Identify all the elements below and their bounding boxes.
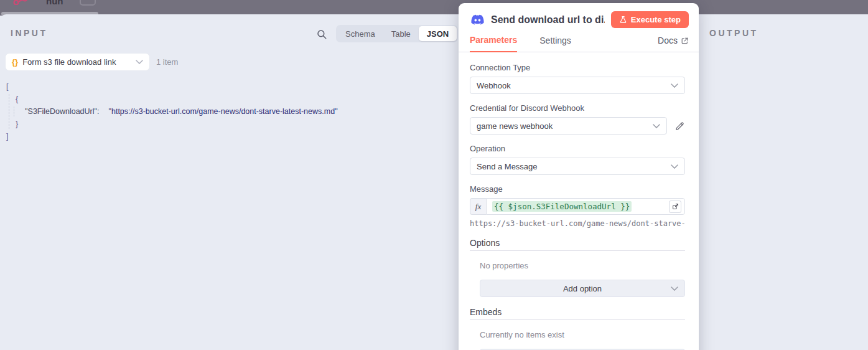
canvas-node-icon (12, 0, 34, 5)
input-source-row: {} Form s3 file download link 1 item (5, 53, 178, 71)
chevron-down-icon (653, 124, 660, 128)
options-section-header: Options (470, 238, 685, 251)
workflow-canvas-overlay: nun (0, 0, 868, 16)
chevron-down-icon (136, 60, 143, 64)
node-parameters: Connection Type Webhook Credential for D… (459, 52, 699, 350)
docs-link[interactable]: Docs (658, 35, 689, 52)
tab-settings[interactable]: Settings (539, 35, 571, 52)
chevron-down-icon (671, 164, 678, 169)
node-title[interactable]: Send download url to di... (491, 14, 605, 26)
operation-label: Operation (470, 144, 685, 153)
json-key: "S3FileDownloadUrl" (25, 107, 97, 116)
input-panel: INPUT Schema Table JSON {} Form s3 file … (0, 14, 459, 350)
chevron-down-icon (671, 83, 678, 88)
tab-parameters[interactable]: Parameters (470, 35, 517, 52)
connection-type-value: Webhook (477, 81, 511, 90)
embeds-empty-text: Currently no items exist (480, 330, 685, 339)
connection-type-label: Connection Type (470, 63, 685, 72)
connection-type-select[interactable]: Webhook (470, 77, 685, 94)
canvas-node-label: nun (46, 0, 63, 6)
app-window: nun INPUT Schema Table JSON {} Form s3 f… (0, 0, 868, 350)
credential-select[interactable]: game news webhook (470, 117, 667, 135)
item-count: 1 item (156, 57, 178, 67)
json-output-view: [ { "S3FileDownloadUrl": "https://s3-buc… (6, 80, 338, 143)
node-header: Send download url to di... Execute step (459, 3, 699, 28)
open-expression-editor-icon (672, 203, 679, 210)
operation-value: Send a Message (477, 162, 538, 171)
credential-value: game news webhook (477, 121, 553, 131)
add-option-label: Add option (563, 284, 602, 293)
operation-select[interactable]: Send a Message (470, 158, 685, 175)
node-tabs: Parameters Settings Docs (459, 28, 699, 52)
search-icon[interactable] (316, 29, 327, 40)
external-link-icon (681, 37, 689, 45)
input-display-mode-tabs: Schema Table JSON (336, 25, 458, 42)
output-panel: OUTPUT (699, 14, 868, 350)
tab-table[interactable]: Table (383, 26, 419, 41)
add-option-button[interactable]: Add option (480, 280, 685, 297)
json-value: "https://s3-bucket-url.com/game-news/don… (109, 107, 338, 116)
options-empty-text: No properties (480, 261, 685, 270)
json-bracket-open: [ (6, 82, 8, 91)
expression-preview: https://s3-bucket-url.com/game-news/dont… (470, 219, 685, 228)
json-braces-icon: {} (12, 57, 18, 67)
input-source-select[interactable]: {} Form s3 file download link (5, 53, 150, 71)
input-source-value: Form s3 file download link (22, 57, 116, 67)
output-panel-title: OUTPUT (709, 28, 758, 38)
discord-icon (470, 12, 485, 27)
json-bracket-close: ] (6, 132, 8, 141)
tab-json[interactable]: JSON (419, 26, 457, 41)
input-panel-title: INPUT (11, 28, 48, 38)
json-brace-open: { (16, 95, 18, 103)
chevron-down-icon (671, 286, 678, 291)
canvas-node-button (80, 0, 96, 6)
embeds-section-header: Embeds (470, 307, 685, 320)
execute-step-label: Execute step (631, 15, 681, 24)
expression-value: {{ $json.S3FileDownloadUrl }} (492, 201, 632, 212)
json-brace-close: } (16, 120, 18, 128)
tab-schema[interactable]: Schema (337, 26, 383, 41)
docs-label: Docs (658, 35, 678, 45)
execute-step-button[interactable]: Execute step (611, 11, 689, 28)
indent-guide (9, 94, 9, 129)
edit-credential-pencil-icon[interactable] (674, 121, 685, 131)
message-expression-row: fx {{ $json.S3FileDownloadUrl }} (470, 198, 685, 215)
credential-row: game news webhook (470, 117, 685, 135)
open-expression-editor-button[interactable] (669, 201, 681, 213)
indent-guide (14, 106, 14, 116)
message-expression-input[interactable]: {{ $json.S3FileDownloadUrl }} (486, 198, 685, 215)
node-details-panel: Send download url to di... Execute step … (459, 3, 699, 350)
credential-label: Credential for Discord Webhook (470, 103, 685, 113)
fx-badge: fx (470, 198, 486, 215)
message-label: Message (470, 184, 685, 194)
flask-icon (619, 16, 627, 24)
